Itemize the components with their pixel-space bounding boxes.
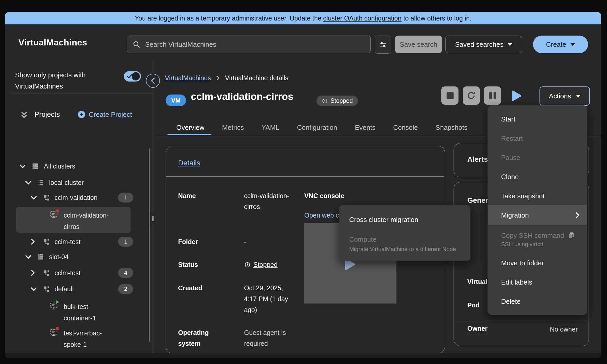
collapse-sidebar-button[interactable]: [146, 74, 160, 88]
menu-item-label: Take snapshot: [501, 192, 545, 200]
menu-item-edit-labels[interactable]: Edit labels: [488, 273, 587, 292]
power-off-icon: [322, 98, 328, 104]
virtual-machine-icon: [50, 302, 58, 310]
breadcrumb-virtualmachines-link[interactable]: VirtualMachines: [165, 74, 211, 82]
menu-item-clone[interactable]: Clone: [488, 167, 587, 186]
chevron-down-icon: [19, 164, 26, 168]
owner-label: Owner: [467, 325, 488, 334]
menu-item-restart[interactable]: Restart: [488, 129, 587, 148]
tab-events[interactable]: Events: [346, 120, 385, 134]
projects-header: Projects: [21, 107, 60, 122]
stop-vm-button[interactable]: [441, 86, 458, 105]
saved-searches-button[interactable]: Saved searches: [445, 36, 522, 53]
menu-item-take-snapshot[interactable]: Take snapshot: [488, 186, 587, 206]
cluster-icon: [31, 163, 39, 170]
oauth-config-link[interactable]: cluster OAuth configuration: [323, 15, 402, 22]
tree-item-slot-04[interactable]: slot-04: [25, 250, 69, 264]
admin-warning-banner: You are logged in as a temporary adminis…: [5, 12, 601, 24]
active-tab-underline: [167, 134, 211, 135]
submenu-item-cross-cluster-migration[interactable]: Cross cluster migration: [349, 216, 418, 224]
name-label: Name: [178, 192, 196, 200]
tab-snapshots[interactable]: Snapshots: [427, 120, 476, 134]
menu-item-pause[interactable]: Pause: [488, 148, 587, 167]
menu-item-label: Migration: [501, 211, 529, 219]
migration-submenu: Cross cluster migration Compute Migrate …: [339, 205, 470, 261]
virtual-machine-icon: [50, 328, 58, 337]
chevron-down-icon: [570, 43, 575, 46]
create-button[interactable]: Create: [533, 36, 588, 53]
vm-count-badge: 1: [118, 237, 133, 247]
cluster-icon: [37, 179, 44, 186]
menu-item-description: SSH using virtctl: [501, 241, 543, 248]
submenu-item-description: Migrate VirtualMachine to a different No…: [349, 246, 456, 253]
saved-searches-label: Saved searches: [455, 41, 503, 49]
tree-item-cclm-test-slot04[interactable]: cclm-test: [31, 266, 80, 280]
create-project-button[interactable]: Create Project: [78, 107, 132, 122]
sidebar-resize-handle[interactable]: ‖: [150, 213, 157, 225]
advanced-filters-button[interactable]: [375, 36, 391, 54]
actions-label: Actions: [549, 92, 571, 100]
chevron-down-icon: [31, 196, 37, 200]
menu-item-migration[interactable]: Migration: [488, 205, 587, 225]
tab-overview[interactable]: Overview: [167, 120, 213, 134]
tab-metrics[interactable]: Metrics: [213, 120, 253, 134]
tree-item-cclm-validation[interactable]: cclm-validation: [31, 190, 97, 205]
plus-circle-icon: [78, 111, 85, 118]
tree-item-all-clusters[interactable]: All clusters: [19, 159, 75, 173]
chevron-down-icon: [25, 180, 31, 185]
project-icon: [43, 238, 50, 245]
created-value: Oct 29, 2025, 4:17 PM (1 day ago): [244, 282, 296, 315]
tree-item-default[interactable]: default: [31, 282, 74, 296]
save-search-button[interactable]: Save search: [395, 36, 442, 53]
tab-console[interactable]: Console: [384, 120, 427, 134]
sidebar-scrollbar-track: [151, 148, 151, 342]
folder-value: -: [244, 236, 296, 247]
tree-item-cclm-test[interactable]: cclm-test: [31, 234, 80, 249]
create-project-label: Create Project: [89, 111, 132, 119]
stop-icon: [447, 92, 454, 99]
screen: You are logged in as a temporary adminis…: [0, 0, 607, 364]
collapse-all-icon[interactable]: [21, 111, 28, 118]
actions-dropdown-button[interactable]: Actions: [539, 86, 590, 106]
search-icon: [133, 41, 140, 48]
pause-vm-button[interactable]: [484, 86, 501, 105]
toggle-knob: [132, 72, 140, 80]
tree-item-local-cluster[interactable]: local-cluster: [25, 175, 84, 190]
status-stopped-dot: [56, 210, 59, 212]
vnc-console-heading: VNC console: [304, 192, 344, 200]
tree-item-bulk-test-container-1[interactable]: bulk-test-container-1: [64, 301, 113, 324]
sliders-icon: [379, 40, 387, 49]
search-input[interactable]: [145, 40, 359, 49]
details-divider: [166, 176, 444, 177]
tab-yaml[interactable]: YAML: [253, 120, 288, 134]
tab-configuration[interactable]: Configuration: [288, 120, 346, 134]
chevron-down-icon: [508, 43, 512, 46]
power-off-icon: [244, 261, 251, 268]
copy-icon: [568, 232, 575, 239]
vm-title: cclm-validation-cirros: [191, 91, 293, 102]
save-search-label: Save search: [400, 41, 437, 49]
alerts-heading[interactable]: Alerts: [467, 155, 488, 164]
vm-status-label: Stopped: [331, 97, 353, 104]
start-vm-button[interactable]: [511, 90, 522, 102]
sidebar-scrollbar[interactable]: [149, 148, 150, 342]
menu-item-delete[interactable]: Delete: [488, 292, 587, 311]
menu-item-start[interactable]: Start: [488, 110, 587, 129]
menu-item-move-to-folder[interactable]: Move to folder: [488, 253, 587, 273]
details-heading-link[interactable]: Details: [178, 159, 200, 167]
menu-item-label: Clone: [501, 173, 519, 181]
tree-item-label: local-cluster: [49, 179, 84, 186]
projects-filter-label: Show only projects with VirtualMachines: [15, 70, 116, 92]
status-value[interactable]: Stopped: [244, 259, 278, 270]
vm-detail-tabs: Overview Metrics YAML Configuration Even…: [167, 120, 476, 134]
folder-label: Folder: [178, 238, 198, 246]
tree-item-test-vm-rbac-spoke-1[interactable]: test-vm-rbac-spoke-1: [64, 327, 113, 350]
submenu-item-compute[interactable]: Compute: [349, 235, 377, 244]
banner-text-prefix: You are logged in as a temporary adminis…: [135, 15, 321, 22]
tree-item-label: cclm-test: [55, 238, 80, 246]
app-window: You are logged in as a temporary adminis…: [5, 12, 601, 358]
restart-vm-button[interactable]: [463, 86, 480, 105]
vm-count-badge: 2: [118, 284, 133, 294]
show-only-projects-toggle[interactable]: [124, 71, 141, 82]
project-icon: [43, 194, 50, 201]
